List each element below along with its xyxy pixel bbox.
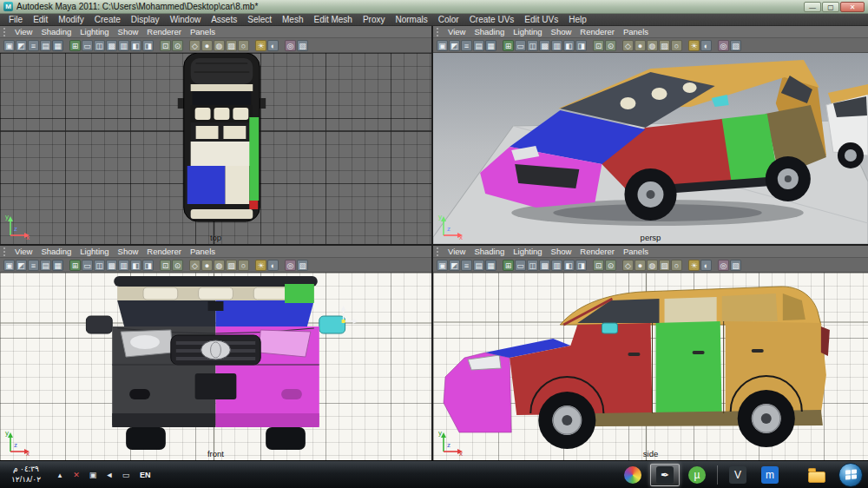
menu-window[interactable]: Window (165, 14, 207, 26)
panel-menu-lighting[interactable]: Lighting (509, 26, 546, 38)
car-headlight-right[interactable] (259, 330, 311, 357)
panel-menu-lighting[interactable]: Lighting (76, 246, 113, 258)
maya-app-button[interactable]: ✒ (650, 464, 680, 486)
lock-camera-icon[interactable]: ◩ (449, 40, 460, 51)
car-side-view[interactable] (444, 287, 830, 449)
all-lights-icon[interactable]: ☀ (255, 40, 266, 51)
close-button[interactable]: ✕ (840, 2, 865, 12)
safe-action-icon[interactable]: ◧ (563, 40, 575, 51)
panel-menu-handle[interactable] (3, 28, 8, 36)
camera-attributes-icon[interactable]: ≡ (28, 40, 39, 51)
resolution-gate-icon[interactable]: ◫ (527, 260, 538, 271)
film-gate-icon[interactable]: ▭ (515, 260, 526, 271)
smooth-shade-icon[interactable]: ● (201, 40, 213, 51)
car-windshield-left[interactable] (117, 300, 215, 326)
isolate-select-icon[interactable]: ◎ (285, 260, 296, 271)
car-green-patch[interactable] (285, 284, 314, 303)
field-chart-icon[interactable]: ▥ (118, 40, 129, 51)
menu-proxy[interactable]: Proxy (358, 14, 391, 26)
frame-all-icon[interactable]: ⊡ (593, 260, 604, 271)
gate-mask-icon[interactable]: ▩ (106, 40, 117, 51)
car-mirror-left[interactable] (86, 316, 112, 333)
select-camera-icon[interactable]: ▣ (437, 260, 448, 271)
xray-icon[interactable]: ▧ (297, 260, 308, 271)
bookmark-icon[interactable]: ▤ (473, 40, 484, 51)
car-mirror[interactable] (602, 323, 617, 333)
panel-menu-handle[interactable] (437, 247, 441, 256)
shadows-icon[interactable]: ◐ (700, 260, 712, 271)
panel-menu-shading[interactable]: Shading (470, 26, 509, 38)
default-material-icon[interactable]: ○ (671, 260, 682, 271)
panel-menu-shading[interactable]: Shading (36, 246, 76, 258)
frame-all-icon[interactable]: ⊡ (160, 260, 171, 271)
panel-menu-handle[interactable] (3, 247, 8, 256)
panel-menu-renderer[interactable]: Renderer (575, 246, 619, 258)
car-persp-view[interactable] (480, 60, 826, 221)
smooth-shade-icon[interactable]: ● (201, 260, 213, 271)
front-viewport-scene[interactable] (0, 273, 431, 460)
panel-menu-view[interactable]: View (10, 26, 36, 38)
all-lights-icon[interactable]: ☀ (688, 40, 700, 51)
maximize-button[interactable]: ▢ (822, 2, 839, 12)
menu-edit-mesh[interactable]: Edit Mesh (308, 14, 357, 26)
wireframe-on-shaded-icon[interactable]: ◍ (214, 260, 225, 271)
default-material-icon[interactable]: ○ (238, 260, 249, 271)
wireframe-on-shaded-icon[interactable]: ◍ (647, 260, 658, 271)
all-lights-icon[interactable]: ☀ (255, 260, 266, 271)
field-chart-icon[interactable]: ▥ (118, 260, 129, 271)
frame-all-icon[interactable]: ⊡ (593, 40, 604, 51)
panel-menu-show[interactable]: Show (114, 246, 143, 258)
smooth-shade-icon[interactable]: ● (635, 260, 646, 271)
isolate-select-icon[interactable]: ◎ (285, 40, 296, 51)
viewport-side[interactable]: y x z side (433, 273, 868, 460)
menu-help[interactable]: Help (563, 14, 592, 26)
wireframe-icon[interactable]: ◇ (622, 40, 634, 51)
panel-menu-show[interactable]: Show (547, 26, 576, 38)
menu-color[interactable]: Color (433, 14, 464, 26)
panel-menu-shading[interactable]: Shading (36, 26, 76, 38)
film-gate-icon[interactable]: ▭ (515, 40, 526, 51)
panel-menu-panels[interactable]: Panels (186, 246, 220, 258)
lock-camera-icon[interactable]: ◩ (16, 40, 27, 51)
film-gate-icon[interactable]: ▭ (82, 40, 93, 51)
bookmark-icon[interactable]: ▤ (473, 260, 484, 271)
panel-menu-panels[interactable]: Panels (619, 246, 653, 258)
isolate-select-icon[interactable]: ◎ (718, 40, 729, 51)
textured-icon[interactable]: ▨ (659, 260, 670, 271)
car-rear-window[interactable] (722, 293, 778, 322)
viewport-persp[interactable]: y x z persp (433, 53, 868, 244)
shadows-icon[interactable]: ◐ (267, 260, 279, 271)
menu-display[interactable]: Display (126, 14, 165, 26)
textured-icon[interactable]: ▨ (226, 260, 237, 271)
image-plane-icon[interactable]: ▦ (52, 40, 63, 51)
side-viewport-scene[interactable] (433, 273, 868, 460)
gate-mask-icon[interactable]: ▩ (539, 260, 550, 271)
xray-icon[interactable]: ▧ (730, 40, 741, 51)
grid-icon[interactable]: ⊞ (69, 40, 81, 51)
safe-title-icon[interactable]: ◨ (142, 260, 154, 271)
car-mirror-right[interactable] (319, 316, 345, 333)
resolution-gate-icon[interactable]: ◫ (94, 40, 105, 51)
paint-app-button[interactable] (618, 464, 648, 486)
textured-icon[interactable]: ▨ (659, 40, 670, 51)
panel-menu-lighting[interactable]: Lighting (76, 26, 113, 38)
frame-selection-icon[interactable]: ⊙ (605, 40, 616, 51)
menu-normals[interactable]: Normals (391, 14, 433, 26)
image-plane-icon[interactable]: ▦ (52, 260, 63, 271)
menu-create[interactable]: Create (89, 14, 126, 26)
wireframe-icon[interactable]: ◇ (189, 40, 201, 51)
lock-camera-icon[interactable]: ◩ (16, 260, 27, 271)
car-roof-red-patch[interactable] (249, 201, 258, 209)
isolate-select-icon[interactable]: ◎ (718, 260, 729, 271)
car-top-view[interactable] (178, 53, 266, 221)
v-app-button[interactable]: V (723, 464, 753, 486)
shadows-icon[interactable]: ◐ (267, 40, 279, 51)
resolution-gate-icon[interactable]: ◫ (527, 40, 538, 51)
start-button[interactable] (838, 463, 863, 487)
safe-title-icon[interactable]: ◨ (575, 260, 587, 271)
explorer-app-button[interactable] (802, 464, 832, 486)
default-material-icon[interactable]: ○ (238, 40, 249, 51)
menu-mesh[interactable]: Mesh (277, 14, 308, 26)
panel-menu-view[interactable]: View (444, 246, 470, 258)
menu-select[interactable]: Select (242, 14, 277, 26)
